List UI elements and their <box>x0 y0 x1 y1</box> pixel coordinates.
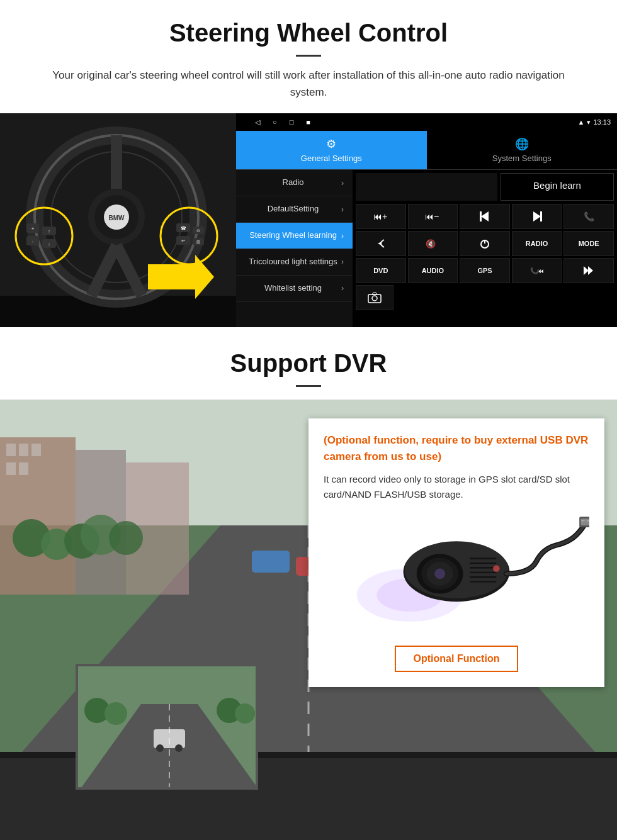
svg-point-64 <box>109 521 143 555</box>
begin-learn-button[interactable]: Begin learn <box>501 173 614 201</box>
svg-text:☎: ☎ <box>181 226 186 230</box>
settings-menu: Radio › DefaultSetting › Steering Wheel … <box>236 170 353 327</box>
vol-up-btn[interactable]: ⏮+ <box>356 204 406 229</box>
page-title: Steering Wheel Control <box>38 19 579 47</box>
tab-general-settings[interactable]: ⚙ General Settings <box>236 131 427 169</box>
wifi-icon: ▾ <box>587 118 591 126</box>
back-media-btn[interactable] <box>356 231 406 256</box>
svg-rect-53 <box>6 444 16 456</box>
gps-btn[interactable]: GPS <box>460 258 510 283</box>
optional-function-button[interactable]: Optional Function <box>395 646 519 672</box>
svg-marker-38 <box>378 242 382 245</box>
camera-btn[interactable] <box>356 285 393 310</box>
menu-item-light[interactable]: Tricoloured light settings › <box>236 249 353 276</box>
mode-btn[interactable]: MODE <box>563 231 614 256</box>
menu-item-radio[interactable]: Radio › <box>236 170 353 196</box>
tab-general-label: General Settings <box>301 154 362 163</box>
dvr-title-area: Support DVR <box>0 327 617 400</box>
vol-down-btn[interactable]: ⏮− <box>408 204 458 229</box>
svg-text:📞⏮: 📞⏮ <box>530 267 544 275</box>
chevron-right-icon-3: › <box>341 232 344 240</box>
time-display: 13:13 <box>593 118 611 126</box>
next-next-btn[interactable] <box>563 258 614 283</box>
back-btn[interactable]: ◁ <box>255 118 260 126</box>
nav-bar: ◁ ○ □ ■ <box>242 113 323 131</box>
svg-rect-100 <box>587 520 589 522</box>
svg-rect-36 <box>540 211 542 221</box>
svg-text:↓: ↓ <box>48 242 50 246</box>
menu-item-steering[interactable]: Steering Wheel learning › <box>236 223 353 249</box>
svg-rect-57 <box>19 462 28 475</box>
svg-point-90 <box>434 569 445 580</box>
svg-marker-35 <box>533 211 541 221</box>
status-icons: ▲ ▾ 13:13 <box>578 118 611 126</box>
mute-btn[interactable]: 🔇 <box>408 231 458 256</box>
settings-tabs: ⚙ General Settings 🌐 System Settings <box>236 131 617 170</box>
title-divider <box>296 55 321 57</box>
dvr-divider <box>296 385 321 387</box>
svg-point-79 <box>235 703 255 724</box>
steering-wheel-image: BMW + - ↑ ↓ ☎ ↩ ⊙ ⊞ <box>0 113 236 327</box>
prev-btn[interactable] <box>460 204 510 229</box>
menu-item-default[interactable]: DefaultSetting › <box>236 196 353 223</box>
menu-item-light-label: Tricoloured light settings <box>245 257 341 267</box>
svg-text:⏮−: ⏮− <box>425 211 439 221</box>
optional-btn-area: Optional Function <box>324 638 589 672</box>
dvr-title: Support DVR <box>38 349 579 378</box>
gear-icon: ⚙ <box>326 137 336 151</box>
placeholder-area <box>356 173 497 201</box>
svg-text:↑: ↑ <box>48 229 50 233</box>
svg-rect-52 <box>0 437 76 595</box>
home-btn[interactable]: ○ <box>273 118 277 126</box>
phone-btn[interactable]: 📞 <box>563 204 614 229</box>
header-section: Steering Wheel Control Your original car… <box>0 0 617 113</box>
next-btn[interactable] <box>512 204 562 229</box>
status-bar: ◁ ○ □ ■ ▲ ▾ 13:13 <box>236 113 617 131</box>
dvr-section: Support DVR <box>0 327 617 840</box>
begin-learn-row: Begin learn <box>356 173 614 201</box>
recents-btn[interactable]: □ <box>290 118 294 126</box>
optional-text: (Optional function, require to buy exter… <box>324 432 589 464</box>
svg-marker-33 <box>481 211 489 221</box>
power-btn[interactable] <box>460 231 510 256</box>
svg-point-46 <box>372 296 377 301</box>
svg-rect-34 <box>480 211 482 221</box>
subtitle-text: Your original car's steering wheel contr… <box>50 67 567 101</box>
dvd-btn[interactable]: DVD <box>356 258 406 283</box>
audio-btn[interactable]: AUDIO <box>408 258 458 283</box>
svg-point-81 <box>156 744 164 752</box>
chevron-right-icon-2: › <box>341 205 344 214</box>
menu-btn[interactable]: ■ <box>306 118 310 126</box>
svg-rect-99 <box>581 520 584 522</box>
controls-row-4 <box>356 285 614 310</box>
camera-preview <box>76 664 258 790</box>
svg-text:BMW: BMW <box>109 215 125 221</box>
menu-item-radio-label: Radio <box>245 177 341 188</box>
tab-system-settings[interactable]: 🌐 System Settings <box>427 131 618 169</box>
menu-item-steering-label: Steering Wheel learning <box>245 230 341 241</box>
android-panel: ◁ ○ □ ■ ▲ ▾ 13:13 ⚙ General Settings 🌐 S… <box>236 113 617 327</box>
controls-row-3: DVD AUDIO GPS 📞⏮ <box>356 258 614 283</box>
phone-prev-btn[interactable]: 📞⏮ <box>512 258 562 283</box>
menu-item-whitelist-label: Whitelist setting <box>245 283 341 294</box>
svg-point-101 <box>493 566 500 573</box>
info-description: It can record video only to storage in G… <box>324 472 589 502</box>
svg-rect-98 <box>580 519 589 526</box>
menu-item-whitelist[interactable]: Whitelist setting › <box>236 276 353 302</box>
tab-system-label: System Settings <box>492 154 552 163</box>
controls-row-2: 🔇 RADIO MODE <box>356 231 614 256</box>
chevron-right-icon: › <box>341 179 344 188</box>
svg-text:🔇: 🔇 <box>426 238 436 249</box>
right-controls: Begin learn ⏮+ ⏮− <box>353 170 617 327</box>
chevron-right-icon-4: › <box>341 257 344 266</box>
svg-point-77 <box>105 702 127 725</box>
svg-rect-55 <box>31 444 41 456</box>
chevron-right-icon-5: › <box>341 284 344 293</box>
signal-icon: ▲ <box>578 118 585 126</box>
menu-item-default-label: DefaultSetting <box>245 204 341 215</box>
svg-text:⊙: ⊙ <box>196 228 200 233</box>
svg-point-82 <box>175 744 183 752</box>
svg-text:⏮+: ⏮+ <box>373 211 387 221</box>
svg-marker-47 <box>372 293 377 294</box>
radio-btn[interactable]: RADIO <box>512 231 562 256</box>
